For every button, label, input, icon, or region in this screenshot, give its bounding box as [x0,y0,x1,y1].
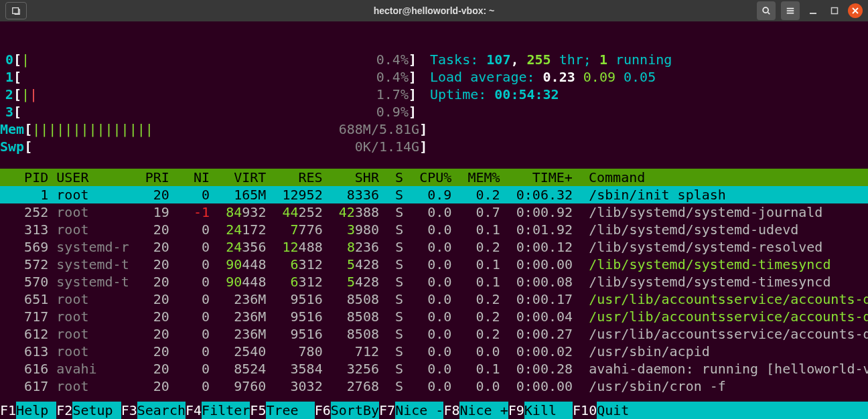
search-button[interactable] [757,1,776,20]
process-row[interactable]: 617 root 20 0 9760 3032 2768 S 0.0 0.0 0… [0,378,868,395]
window-titlebar: hector@helloworld-vbox: ~ [0,0,868,21]
mem-meter: Mem[||||||||||||||| 688M/5.81G] [0,120,417,138]
process-row[interactable]: 313 root 20 0 24172 7776 3980 S 0.0 0.1 … [0,221,868,238]
uptime-line: Uptime: 00:54:32 [430,86,672,103]
process-header[interactable]: PID USER PRI NI VIRT RES SHR S CPU% MEM%… [0,169,868,186]
close-button[interactable] [848,3,863,18]
htop-meters: 0[| 0.4%]1[ 0.4%]2[|| 1.7%]3[ 0 [0,51,417,155]
process-row[interactable]: 1 root 20 0 165M 12952 8336 S 0.9 0.2 0:… [0,186,868,203]
process-row[interactable]: 572 systemd-t 20 0 90448 6312 5428 S 0.0… [0,256,868,273]
fkey-F4[interactable]: F4 [186,402,202,418]
cpu-meter-2: 2[|| 1.7%] [0,86,417,103]
fkey-F9[interactable]: F9 [508,402,524,418]
minimize-button[interactable] [805,3,821,19]
hamburger-menu-button[interactable] [781,1,800,20]
fkey-F1[interactable]: F1 [0,402,16,418]
process-row[interactable]: 569 systemd-r 20 0 24356 12488 8236 S 0.… [0,238,868,256]
load-line: Load average: 0.23 0.09 0.05 [430,68,672,86]
swp-meter: Swp[ 0K/1.14G] [0,138,417,155]
process-row[interactable]: 613 root 20 0 2540 780 712 S 0.0 0.0 0:0… [0,343,868,360]
process-row[interactable]: 616 avahi 20 0 8524 3584 3256 S 0.0 0.1 … [0,360,868,378]
cpu-meter-1: 1[ 0.4%] [0,68,417,86]
terminal-body[interactable]: 0[| 0.4%]1[ 0.4%]2[|| 1.7%]3[ 0 [0,21,868,395]
function-key-bar[interactable]: F1Help F2Setup F3SearchF4FilterF5Tree F6… [0,402,868,419]
process-row[interactable]: 717 root 20 0 236M 9516 8508 S 0.0 0.2 0… [0,308,868,325]
svg-rect-2 [832,8,838,14]
fkey-F5[interactable]: F5 [250,402,266,418]
fkey-F8[interactable]: F8 [443,402,459,418]
svg-point-1 [763,7,768,13]
fkey-F6[interactable]: F6 [315,402,331,418]
process-row[interactable]: 612 root 20 0 236M 9516 8508 S 0.0 0.2 0… [0,325,868,343]
cpu-meter-0: 0[| 0.4%] [0,51,417,68]
process-row[interactable]: 651 root 20 0 236M 9516 8508 S 0.0 0.2 0… [0,290,868,308]
process-list[interactable]: 1 root 20 0 165M 12952 8336 S 0.9 0.2 0:… [0,186,868,395]
fkey-F3[interactable]: F3 [121,402,137,418]
fkey-F7[interactable]: F7 [379,402,395,418]
tasks-line: Tasks: 107, 255 thr; 1 running [430,51,672,68]
fkey-F10[interactable]: F10 [573,402,597,418]
process-row[interactable]: 570 systemd-t 20 0 90448 6312 5428 S 0.0… [0,273,868,290]
process-row[interactable]: 252 root 19 -1 84932 44252 42388 S 0.0 0… [0,203,868,221]
window-title: hector@helloworld-vbox: ~ [0,2,868,19]
maximize-button[interactable] [826,3,843,19]
htop-stats: Tasks: 107, 255 thr; 1 runningLoad avera… [417,51,672,155]
fkey-F2[interactable]: F2 [56,402,72,418]
cpu-meter-3: 3[ 0.9%] [0,103,417,120]
